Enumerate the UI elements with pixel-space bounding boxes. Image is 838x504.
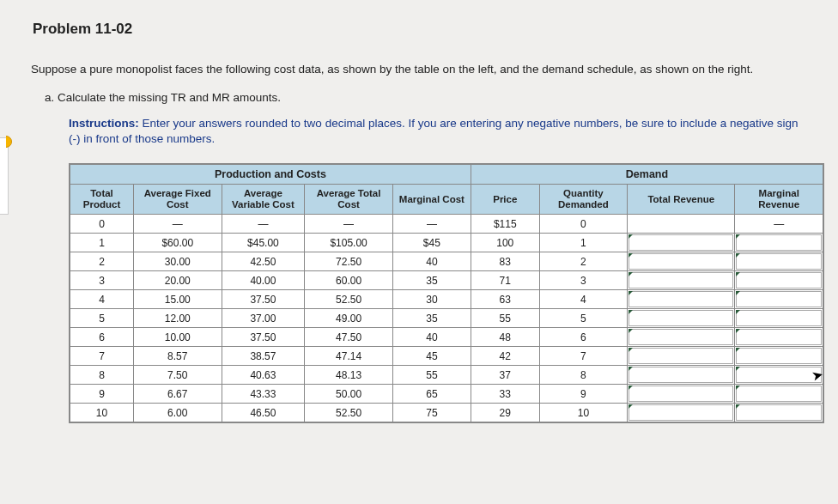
table-row: 512.0037.0049.0035555 [70, 309, 823, 328]
cell-avc: 38.57 [222, 347, 305, 366]
total-revenue-input[interactable] [628, 253, 733, 270]
cell-price: 55 [471, 309, 539, 328]
marginal-revenue-input[interactable] [736, 253, 822, 270]
marginal-revenue [735, 385, 823, 404]
total-revenue [628, 328, 735, 347]
th-tr: Total Revenue [628, 185, 735, 215]
total-revenue-input[interactable] [628, 234, 733, 251]
cell-avc: 37.00 [222, 309, 305, 328]
marginal-revenue [735, 404, 823, 422]
cell-afc: — [134, 215, 222, 234]
cell-price: 48 [471, 328, 539, 347]
cell-afc: 12.00 [134, 309, 222, 328]
cell-price: 100 [471, 234, 539, 252]
table-body: 0————$1150—1$60.00$45.00$105.00$45100123… [70, 215, 823, 422]
cell-tp: 2 [70, 252, 134, 271]
cell-avc: $45.00 [222, 234, 305, 252]
cell-atc: $105.00 [305, 234, 393, 252]
total-revenue-input[interactable] [628, 367, 733, 383]
total-revenue [628, 290, 735, 309]
cell-tp: 8 [70, 366, 134, 385]
table-row: 1$60.00$45.00$105.00$451001 [70, 234, 823, 252]
cell-tr [628, 215, 735, 234]
marginal-revenue-input[interactable] [736, 310, 822, 326]
cell-avc: 43.33 [222, 385, 305, 404]
cell-qd: 10 [539, 404, 628, 422]
total-revenue [628, 366, 735, 385]
th-mr: Marginal Revenue [735, 185, 823, 215]
total-revenue-input[interactable] [628, 329, 733, 345]
cell-avc: — [222, 215, 305, 234]
cell-afc: 15.00 [134, 290, 222, 309]
marginal-revenue-input[interactable] [736, 272, 822, 288]
cell-avc: 46.50 [222, 404, 305, 422]
cell-avc: 40.00 [222, 271, 305, 290]
table-row: 230.0042.5072.5040832 [70, 252, 823, 271]
cell-atc: 47.50 [305, 328, 393, 347]
total-revenue-input[interactable] [628, 348, 733, 364]
marginal-revenue [735, 252, 823, 271]
total-revenue-input[interactable] [628, 272, 733, 288]
cell-atc: — [305, 215, 393, 234]
data-table-container: Production and Costs Demand Total Produc… [69, 163, 824, 424]
th-qd: Quantity Demanded [539, 185, 628, 215]
cell-afc: 7.50 [134, 366, 222, 385]
cell-atc: 50.00 [305, 385, 393, 404]
marginal-revenue-input[interactable] [736, 329, 822, 345]
table-row: 106.0046.5052.50752910 [70, 404, 823, 422]
instructions: Instructions: Enter your answers rounded… [69, 116, 805, 147]
cell-avc: 42.50 [222, 252, 305, 271]
cell-price: $115 [471, 215, 539, 234]
cell-afc: 8.57 [134, 347, 222, 366]
table-row: 0————$1150— [70, 215, 823, 234]
cell-atc: 47.14 [305, 347, 393, 366]
marginal-revenue-input[interactable] [736, 234, 822, 251]
cell-mc: 30 [392, 290, 471, 309]
total-revenue-input[interactable] [628, 404, 733, 421]
th-mc: Marginal Cost [392, 185, 471, 215]
cell-qd: 8 [539, 366, 628, 385]
cell-afc: 20.00 [134, 271, 222, 290]
cell-price: 37 [471, 366, 539, 385]
cell-avc: 40.63 [222, 366, 305, 385]
cell-atc: 72.50 [305, 252, 393, 271]
cell-price: 71 [471, 271, 539, 290]
total-revenue [628, 404, 735, 422]
cell-mc: 55 [392, 366, 471, 385]
cell-qd: 1 [539, 234, 628, 252]
total-revenue [628, 385, 735, 404]
table-row: 78.5738.5747.1445427 [70, 347, 823, 366]
table-row: 415.0037.5052.5030634 [70, 290, 823, 309]
cell-atc: 49.00 [305, 309, 393, 328]
marginal-revenue [735, 328, 823, 347]
marginal-revenue-input[interactable] [736, 404, 822, 421]
total-revenue [628, 309, 735, 328]
cell-avc: 37.50 [222, 290, 305, 309]
cell-mc: 35 [392, 309, 471, 328]
cell-tp: 10 [70, 404, 134, 422]
total-revenue-input[interactable] [628, 291, 733, 307]
cell-mc: 40 [392, 328, 471, 347]
problem-title: Problem 11-02 [33, 21, 812, 38]
cell-avc: 37.50 [222, 328, 305, 347]
total-revenue-input[interactable] [628, 310, 733, 326]
total-revenue-input[interactable] [628, 386, 733, 402]
table-row: 610.0037.5047.5040486 [70, 328, 823, 347]
th-afc: Average Fixed Cost [134, 185, 222, 215]
total-revenue [628, 347, 735, 366]
marginal-revenue-input[interactable] [736, 386, 822, 402]
marginal-revenue-input[interactable] [736, 348, 822, 364]
cell-price: 42 [471, 347, 539, 366]
th-atc: Average Total Cost [305, 185, 393, 215]
cell-tp: 0 [70, 215, 134, 234]
cell-qd: 6 [539, 328, 628, 347]
cell-afc: 10.00 [134, 328, 222, 347]
cell-mc: 75 [392, 404, 471, 422]
marginal-revenue [735, 290, 823, 309]
cell-afc: 6.00 [134, 404, 222, 422]
marginal-revenue-input[interactable] [736, 291, 822, 307]
column-header-row: Total Product Average Fixed Cost Average… [70, 185, 823, 215]
cell-qd: 9 [539, 385, 628, 404]
cell-afc: $60.00 [134, 234, 222, 252]
instructions-label: Instructions: [69, 117, 139, 130]
